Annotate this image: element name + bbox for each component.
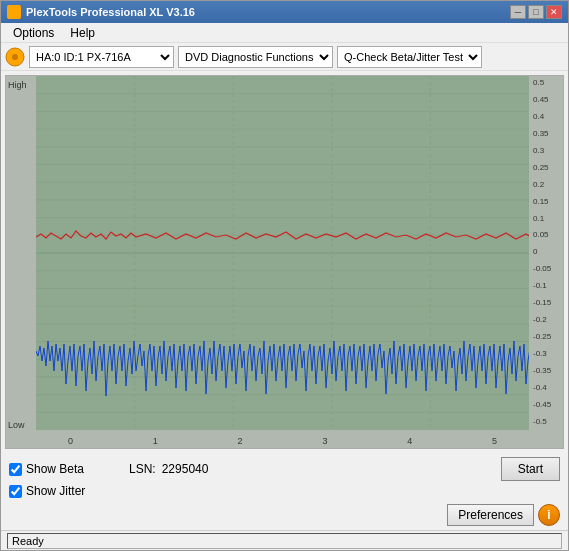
restore-button[interactable]: □ xyxy=(528,5,544,19)
chart-area: High Low 0.5 0.45 0.4 0.35 0.3 0.25 0.2 … xyxy=(5,75,564,449)
function-select[interactable]: DVD Diagnostic Functions xyxy=(178,46,333,68)
y-label-high: High xyxy=(8,80,27,90)
show-beta-checkbox[interactable] xyxy=(9,463,22,476)
x-axis: 0 1 2 3 4 5 xyxy=(36,434,529,448)
preferences-button[interactable]: Preferences xyxy=(447,504,534,526)
show-beta-label[interactable]: Show Beta xyxy=(9,462,119,476)
menu-bar: Options Help xyxy=(1,23,568,43)
chart-svg xyxy=(36,76,529,430)
app-icon xyxy=(7,5,21,19)
menu-options[interactable]: Options xyxy=(5,24,62,42)
window-title: PlexTools Professional XL V3.16 xyxy=(26,6,510,18)
show-jitter-label[interactable]: Show Jitter xyxy=(9,484,119,498)
test-select[interactable]: Q-Check Beta/Jitter Test xyxy=(337,46,482,68)
status-bar: Ready xyxy=(1,530,568,550)
drive-icon xyxy=(5,47,25,67)
show-jitter-text: Show Jitter xyxy=(26,484,85,498)
close-button[interactable]: ✕ xyxy=(546,5,562,19)
window-controls: ─ □ ✕ xyxy=(510,5,562,19)
title-bar: PlexTools Professional XL V3.16 ─ □ ✕ xyxy=(1,1,568,23)
info-button[interactable]: i xyxy=(538,504,560,526)
menu-help[interactable]: Help xyxy=(62,24,103,42)
toolbar: HA:0 ID:1 PX-716A DVD Diagnostic Functio… xyxy=(1,43,568,71)
lsn-value: 2295040 xyxy=(162,462,209,476)
lsn-label: LSN: xyxy=(129,462,156,476)
main-window: PlexTools Professional XL V3.16 ─ □ ✕ Op… xyxy=(0,0,569,551)
drive-select[interactable]: HA:0 ID:1 PX-716A xyxy=(29,46,174,68)
start-button[interactable]: Start xyxy=(501,457,560,481)
show-jitter-checkbox[interactable] xyxy=(9,485,22,498)
y-label-low: Low xyxy=(8,420,25,430)
minimize-button[interactable]: ─ xyxy=(510,5,526,19)
preferences-row: Preferences i xyxy=(1,500,568,530)
show-beta-text: Show Beta xyxy=(26,462,84,476)
chart-container: High Low 0.5 0.45 0.4 0.35 0.3 0.25 0.2 … xyxy=(6,76,563,448)
status-text: Ready xyxy=(7,533,562,549)
y-axis-right: 0.5 0.45 0.4 0.35 0.3 0.25 0.2 0.15 0.1 … xyxy=(531,76,563,428)
svg-point-1 xyxy=(12,54,18,60)
